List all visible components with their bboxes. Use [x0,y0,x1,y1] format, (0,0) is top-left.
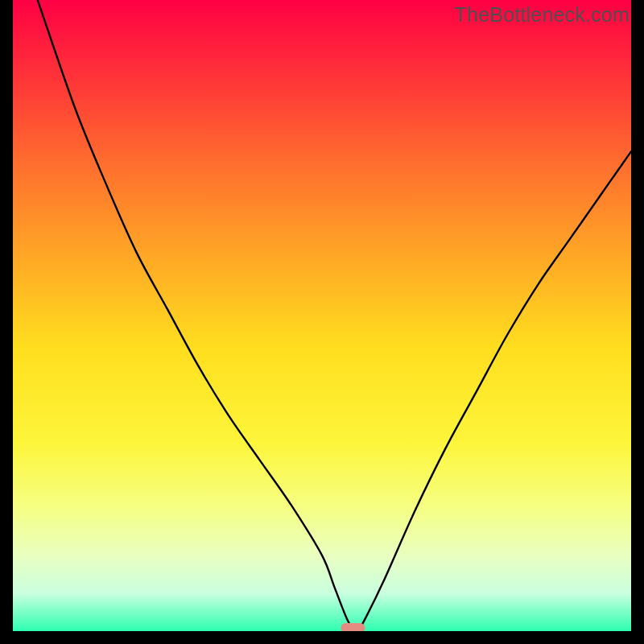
chart-frame: TheBottleneck.com [0,0,644,644]
svg-rect-0 [341,623,365,631]
plot-area [13,0,631,631]
watermark-text: TheBottleneck.com [455,3,630,27]
chart-svg [13,0,631,631]
gradient-background [13,0,631,631]
optimal-point-marker [341,623,365,631]
